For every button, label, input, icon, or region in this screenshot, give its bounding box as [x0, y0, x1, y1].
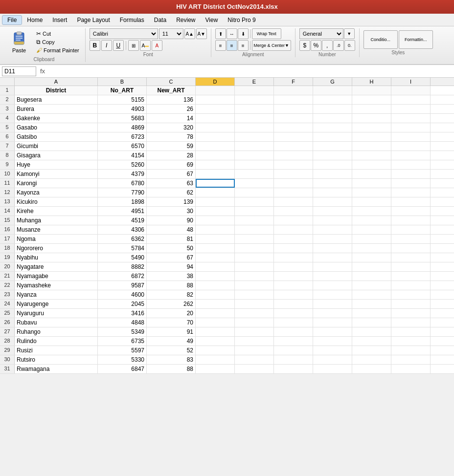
cell-c18[interactable]: 50	[147, 244, 196, 253]
cell-a22[interactable]: Nyamasheke	[15, 281, 98, 290]
cell-f11[interactable]	[274, 179, 313, 188]
cell-f2[interactable]	[274, 95, 313, 104]
row-number[interactable]: 3	[0, 105, 15, 113]
cell-i10[interactable]	[391, 170, 431, 178]
cell-d17[interactable]	[196, 235, 235, 243]
cell-f20[interactable]	[274, 262, 313, 271]
cell-d22[interactable]	[196, 281, 235, 290]
cell-f25[interactable]	[274, 309, 313, 318]
cell-e19[interactable]	[235, 253, 274, 262]
cell-e16[interactable]	[235, 225, 274, 234]
cell-f21[interactable]	[274, 272, 313, 281]
cell-e22[interactable]	[235, 281, 274, 290]
cell-e10[interactable]	[235, 170, 274, 178]
row-number[interactable]: 26	[0, 318, 15, 327]
cell-g5[interactable]	[313, 123, 352, 132]
cell-d4[interactable]	[196, 114, 235, 123]
cell-c29[interactable]: 52	[147, 346, 196, 355]
cell-b13[interactable]: 1898	[98, 197, 147, 206]
cell-a8[interactable]: Gisagara	[15, 151, 98, 160]
cell-g23[interactable]	[313, 290, 352, 299]
cell-e29[interactable]	[235, 346, 274, 355]
cell-d12[interactable]	[196, 188, 235, 197]
col-header-d[interactable]: D	[196, 78, 235, 86]
row-number[interactable]: 1	[0, 86, 15, 95]
row-number[interactable]: 23	[0, 290, 15, 299]
cell-g10[interactable]	[313, 170, 352, 178]
format-as-table-button[interactable]: Formattin...	[399, 30, 433, 49]
cell-a14[interactable]: Kirehe	[15, 207, 98, 216]
cell-h8[interactable]	[352, 151, 391, 160]
menu-file[interactable]: File	[2, 15, 22, 25]
cell-i20[interactable]	[391, 262, 431, 271]
cell-h6[interactable]	[352, 132, 391, 141]
cell-c24[interactable]: 262	[147, 300, 196, 308]
cell-b18[interactable]: 5784	[98, 244, 147, 253]
cell-g28[interactable]	[313, 337, 352, 346]
cell-i18[interactable]	[391, 244, 431, 253]
cell-i25[interactable]	[391, 309, 431, 318]
font-name-select[interactable]: Calibri	[90, 28, 158, 39]
cell-d6[interactable]	[196, 132, 235, 141]
cell-h28[interactable]	[352, 337, 391, 346]
cell-h3[interactable]	[352, 105, 391, 113]
cell-b29[interactable]: 5597	[98, 346, 147, 355]
cell-c8[interactable]: 28	[147, 151, 196, 160]
cell-f5[interactable]	[274, 123, 313, 132]
cell-b3[interactable]: 4903	[98, 105, 147, 113]
cell-i21[interactable]	[391, 272, 431, 281]
cell-e8[interactable]	[235, 151, 274, 160]
cell-f12[interactable]	[274, 188, 313, 197]
col-header-g[interactable]: G	[313, 78, 352, 86]
cell-i16[interactable]	[391, 225, 431, 234]
cell-h19[interactable]	[352, 253, 391, 262]
cell-c14[interactable]: 30	[147, 207, 196, 216]
cell-reference-box[interactable]: D11	[2, 66, 36, 76]
cell-b17[interactable]: 6362	[98, 235, 147, 243]
cell-h30[interactable]	[352, 355, 391, 364]
cell-f22[interactable]	[274, 281, 313, 290]
cell-d26[interactable]	[196, 318, 235, 327]
col-header-a[interactable]: A	[15, 78, 98, 86]
increase-font-button[interactable]: A▲	[184, 28, 195, 39]
cell-f29[interactable]	[274, 346, 313, 355]
cell-f31[interactable]	[274, 365, 313, 373]
format-painter-button[interactable]: 🖌 Format Painter	[34, 46, 81, 54]
cell-a4[interactable]: Gakenke	[15, 114, 98, 123]
cell-d15[interactable]	[196, 216, 235, 225]
cell-c20[interactable]: 94	[147, 262, 196, 271]
align-left-button[interactable]: ≡	[215, 40, 226, 51]
cell-g31[interactable]	[313, 365, 352, 373]
cell-e2[interactable]	[235, 95, 274, 104]
col-header-h[interactable]: H	[352, 78, 391, 86]
font-size-select[interactable]: 11	[159, 28, 183, 39]
cell-e11[interactable]	[235, 179, 274, 188]
cell-c4[interactable]: 14	[147, 114, 196, 123]
cell-d19[interactable]	[196, 253, 235, 262]
menu-data[interactable]: Data	[149, 16, 171, 24]
cell-f27[interactable]	[274, 327, 313, 336]
cell-h18[interactable]	[352, 244, 391, 253]
row-number[interactable]: 16	[0, 225, 15, 234]
cell-e13[interactable]	[235, 197, 274, 206]
cell-b26[interactable]: 4848	[98, 318, 147, 327]
cell-g7[interactable]	[313, 142, 352, 151]
wrap-text-button[interactable]: Wrap Text	[252, 28, 281, 39]
cell-e31[interactable]	[235, 365, 274, 373]
cell-b27[interactable]: 5349	[98, 327, 147, 336]
row-number[interactable]: 13	[0, 197, 15, 206]
cell-b22[interactable]: 9587	[98, 281, 147, 290]
menu-home[interactable]: Home	[22, 16, 47, 24]
cell-e25[interactable]	[235, 309, 274, 318]
cell-g24[interactable]	[313, 300, 352, 308]
cell-e4[interactable]	[235, 114, 274, 123]
cell-i11[interactable]	[391, 179, 431, 188]
cell-b20[interactable]: 8882	[98, 262, 147, 271]
cell-f14[interactable]	[274, 207, 313, 216]
cell-a5[interactable]: Gasabo	[15, 123, 98, 132]
cell-d27[interactable]	[196, 327, 235, 336]
cell-c21[interactable]: 38	[147, 272, 196, 281]
cell-g4[interactable]	[313, 114, 352, 123]
cell-i15[interactable]	[391, 216, 431, 225]
cell-a25[interactable]: Nyaruguru	[15, 309, 98, 318]
